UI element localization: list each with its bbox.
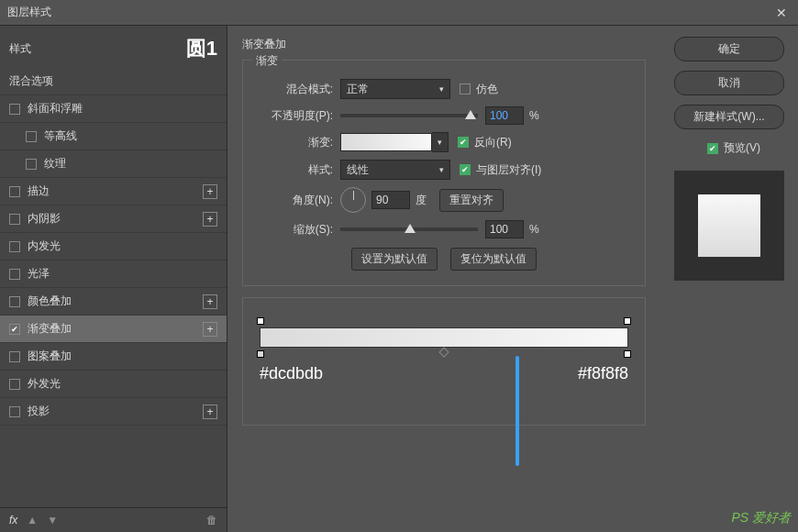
opacity-slider[interactable] (340, 114, 478, 117)
chevron-down-icon: ▾ (439, 165, 444, 174)
sidebar-item-outer-glow[interactable]: 外发光 (0, 371, 227, 398)
reverse-label: 反向(R) (474, 135, 512, 150)
opacity-label: 不透明度(P): (256, 108, 333, 124)
add-icon[interactable]: + (203, 322, 217, 337)
preview-swatch (698, 194, 760, 257)
opacity-stop[interactable] (257, 317, 264, 325)
checkbox-icon[interactable] (9, 296, 20, 307)
angle-dial[interactable] (340, 187, 366, 213)
sidebar-item-inner-glow[interactable]: 内发光 (0, 233, 227, 260)
midpoint-stop[interactable] (438, 347, 449, 357)
reverse-checkbox[interactable] (458, 137, 469, 148)
sidebar-item-inner-shadow[interactable]: 内阴影 + (0, 205, 227, 233)
reset-default-button[interactable]: 复位为默认值 (450, 248, 537, 271)
gradient-picker[interactable] (340, 133, 432, 151)
align-checkbox[interactable] (460, 164, 471, 175)
styles-label: 样式 (9, 41, 31, 57)
sidebar-item-pattern-overlay[interactable]: 图案叠加 (0, 343, 227, 371)
layer-badge: 圆1 (186, 35, 217, 62)
checkbox-icon[interactable] (9, 241, 20, 252)
blend-mode-label: 混合模式: (256, 82, 333, 97)
up-arrow-icon[interactable]: ▲ (27, 514, 38, 526)
sidebar-footer: fx ▲ ▼ 🗑 (0, 507, 227, 532)
hex-left-label: #dcdbdb (260, 364, 323, 383)
gradient-bar[interactable] (260, 327, 628, 348)
blend-options-row[interactable]: 混合选项 (0, 68, 227, 95)
right-panel: 确定 取消 新建样式(W)... 预览(V) (660, 26, 798, 532)
sidebar-item-color-overlay[interactable]: 颜色叠加 + (0, 288, 227, 316)
sidebar-item-label: 渐变叠加 (28, 321, 203, 337)
sidebar-item-label: 光泽 (28, 266, 217, 282)
angle-label: 角度(N): (256, 193, 333, 208)
opacity-stop[interactable] (624, 317, 631, 325)
sidebar-item-stroke[interactable]: 描边 + (0, 178, 227, 205)
add-icon[interactable]: + (203, 184, 217, 199)
checkbox-icon[interactable] (26, 131, 37, 142)
add-icon[interactable]: + (203, 405, 217, 419)
preview-checkbox[interactable] (707, 143, 718, 154)
sidebar-item-texture[interactable]: 纹理 (0, 150, 227, 178)
new-style-button[interactable]: 新建样式(W)... (674, 105, 784, 129)
scale-label: 缩放(S): (256, 222, 333, 238)
fieldset-title: 渐变 (252, 53, 282, 69)
gradient-editor[interactable]: #dcdbdb #f8f8f8 (242, 297, 646, 426)
sidebar-item-drop-shadow[interactable]: 投影 + (0, 398, 227, 426)
checkbox-icon[interactable] (9, 269, 20, 280)
cancel-button[interactable]: 取消 (674, 71, 784, 95)
align-label: 与图层对齐(I) (476, 162, 541, 178)
checkbox-icon[interactable] (9, 351, 20, 362)
sidebar-item-label: 外发光 (28, 376, 217, 392)
add-icon[interactable]: + (203, 212, 217, 227)
watermark: PS 爱好者 (731, 510, 791, 526)
checkbox-icon[interactable] (9, 406, 20, 417)
blend-options-label: 混合选项 (9, 73, 217, 89)
chevron-down-icon[interactable]: ▾ (432, 132, 449, 152)
sidebar-item-label: 纹理 (44, 156, 217, 172)
chevron-down-icon: ▾ (439, 84, 444, 94)
color-stop[interactable] (257, 350, 264, 358)
styles-sidebar: 样式 圆1 混合选项 斜面和浮雕 等高线 纹理 描边 + 内阴影 + (0, 26, 227, 532)
title-bar: 图层样式 ✕ (0, 0, 798, 26)
fx-icon[interactable]: fx (9, 514, 17, 526)
sidebar-item-contour[interactable]: 等高线 (0, 123, 227, 150)
scrollbar[interactable] (515, 356, 519, 466)
main-panel: 渐变叠加 渐变 混合模式: 正常 ▾ 仿色 不透明度(P): 100 % 渐变: (227, 26, 660, 532)
checkbox-icon[interactable] (9, 104, 20, 115)
dither-checkbox[interactable] (460, 83, 471, 94)
checkbox-icon[interactable] (9, 214, 20, 225)
style-label: 样式: (256, 162, 333, 178)
sidebar-item-bevel[interactable]: 斜面和浮雕 (0, 95, 227, 123)
sidebar-item-satin[interactable]: 光泽 (0, 260, 227, 288)
sidebar-item-label: 描边 (28, 183, 203, 199)
checkbox-icon[interactable] (9, 379, 20, 390)
preview-box (674, 171, 784, 281)
sidebar-item-label: 斜面和浮雕 (28, 101, 217, 116)
checkbox-icon[interactable] (26, 159, 37, 170)
sidebar-item-label: 内发光 (28, 238, 217, 254)
sidebar-item-label: 投影 (28, 404, 203, 419)
blend-mode-select[interactable]: 正常 ▾ (340, 79, 450, 99)
scale-slider[interactable] (340, 227, 478, 231)
preview-label: 预览(V) (724, 140, 760, 156)
color-stop[interactable] (624, 350, 631, 358)
style-select[interactable]: 线性 ▾ (340, 160, 450, 180)
set-default-button[interactable]: 设置为默认值 (351, 248, 438, 271)
checkbox-icon[interactable] (9, 324, 20, 335)
close-icon[interactable]: ✕ (772, 6, 791, 20)
trash-icon[interactable]: 🗑 (206, 514, 217, 526)
sidebar-item-gradient-overlay[interactable]: 渐变叠加 + (0, 316, 227, 343)
scale-input[interactable]: 100 (485, 220, 524, 238)
reset-align-button[interactable]: 重置对齐 (439, 189, 504, 212)
sidebar-item-label: 内阴影 (28, 211, 203, 227)
section-title: 渐变叠加 (242, 37, 646, 52)
dither-label: 仿色 (476, 82, 498, 97)
ok-button[interactable]: 确定 (674, 37, 784, 61)
add-icon[interactable]: + (203, 294, 217, 309)
window-title: 图层样式 (7, 5, 772, 20)
checkbox-icon[interactable] (9, 186, 20, 197)
sidebar-item-label: 颜色叠加 (28, 294, 203, 309)
opacity-input[interactable]: 100 (485, 106, 524, 125)
down-arrow-icon[interactable]: ▼ (47, 514, 58, 526)
angle-input[interactable]: 90 (371, 191, 410, 209)
sidebar-item-label: 图案叠加 (28, 349, 217, 364)
